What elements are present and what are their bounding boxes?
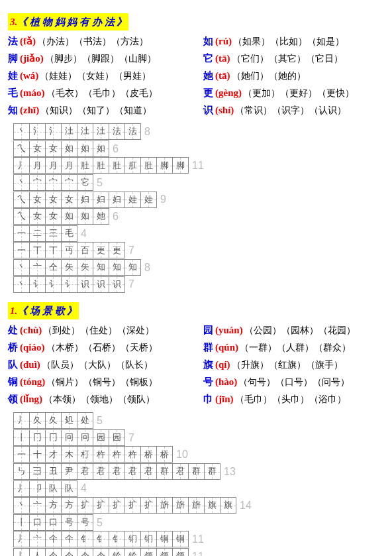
stroke-cell: 丶 — [13, 497, 30, 514]
stroke-glyph: 丑 — [49, 465, 58, 478]
stroke-glyph: 夂 — [49, 414, 58, 427]
stroke-cell: 口 — [45, 514, 62, 531]
vocab-entry: 如(rú)（如果）（比如）（如是） — [203, 33, 384, 49]
stroke-glyph: 丅 — [33, 244, 42, 258]
stroke-glyph: 脚 — [176, 159, 185, 173]
stroke-glyph: 君 — [97, 465, 105, 478]
stroke-cell: 矢 — [77, 259, 93, 276]
stroke-cell: 君 — [140, 463, 157, 480]
stroke-glyph: 杵 — [113, 448, 121, 462]
stroke-glyph: 令 — [97, 549, 105, 556]
lesson-title: 3.《 植 物 妈 妈 有 办 法 》 — [8, 13, 128, 30]
stroke-glyph: 扩 — [128, 498, 137, 512]
stroke-glyph: 君 — [81, 465, 89, 478]
stroke-cell: 仐 — [61, 531, 77, 547]
stroke-cell: 丑 — [45, 463, 62, 480]
stroke-count: 7 — [128, 276, 134, 293]
stroke-glyph: 旂 — [160, 498, 169, 512]
stroke-glyph: 亠 — [33, 532, 42, 546]
stroke-glyph: 讠 — [65, 278, 74, 292]
stroke-cell: 妇 — [77, 192, 93, 208]
stroke-glyph: 号 — [81, 516, 89, 529]
stroke-glyph: 百 — [81, 244, 89, 258]
stroke-count: 7 — [128, 242, 134, 259]
stroke-cell: 知 — [109, 259, 125, 276]
stroke-glyph: 群 — [160, 465, 169, 478]
stroke-glyph: 女 — [33, 142, 42, 156]
stroke-cell: 肚 — [140, 157, 157, 174]
vocab-entry: 桥(qiáo)（木桥）（石桥）（天桥） — [8, 339, 189, 355]
stroke-glyph: 群 — [192, 465, 201, 478]
stroke-cell: 処 — [61, 412, 77, 429]
stroke-glyph: 冋 — [65, 431, 74, 445]
stroke-glyph: 亠 — [33, 498, 42, 512]
stroke-cell: 令 — [77, 548, 93, 556]
pinyin: (wá) — [20, 68, 38, 83]
hanzi: 巾 — [203, 391, 215, 407]
stroke-cell: 一 — [13, 225, 30, 242]
stroke-cell: 氵 — [29, 123, 46, 140]
stroke-cell: 领 — [156, 548, 173, 556]
stroke-glyph: 汢 — [97, 125, 105, 139]
stroke-glyph: 丶 — [17, 260, 26, 274]
stroke-glyph: 肚 — [97, 159, 105, 173]
stroke-count: 9 — [160, 191, 166, 208]
stroke-glyph: 更 — [113, 244, 121, 258]
lesson-number: 1. — [10, 306, 17, 316]
stroke-row: 丿夂夂処处5 — [13, 412, 384, 429]
pinyin: (yuán) — [215, 322, 243, 338]
stroke-glyph: 朾 — [81, 448, 89, 462]
stroke-count: 5 — [97, 174, 103, 192]
compound-words: （常识）（识字）（认识） — [235, 103, 346, 118]
stroke-cell: 肚 — [93, 157, 109, 174]
stroke-cell: 杵 — [109, 446, 125, 463]
stroke-cell: 尹 — [61, 463, 77, 480]
stroke-count: 10 — [176, 446, 188, 463]
stroke-cell: 宀 — [61, 174, 77, 191]
stroke-row: 丶氵氵汢汢汢法法8 — [13, 123, 384, 140]
compound-words: （队员）（大队）（队长） — [42, 358, 153, 372]
stroke-glyph: 冂 — [49, 431, 58, 445]
compound-words: （升旗）（红旗）（旗手） — [232, 358, 343, 372]
stroke-cell: 娃 — [140, 192, 157, 208]
stroke-cell: 如 — [77, 140, 93, 157]
stroke-cell: 女 — [45, 192, 62, 208]
stroke-glyph: 如 — [65, 142, 74, 156]
stroke-row: 乀女女如如如6 — [13, 140, 384, 158]
stroke-cell: 令 — [93, 548, 109, 556]
stroke-cell: 亠 — [29, 497, 46, 514]
stroke-cell: 她 — [93, 208, 109, 225]
stroke-cell: 群 — [188, 463, 205, 480]
stroke-count: 8 — [144, 123, 150, 140]
stroke-glyph: 扩 — [113, 498, 121, 512]
stroke-glyph: 处 — [81, 414, 89, 427]
stroke-glyph: 钤 — [113, 549, 121, 556]
stroke-cell: 钔 — [124, 531, 141, 547]
stroke-glyph: 乀 — [17, 193, 26, 207]
stroke-glyph: 钔 — [128, 532, 137, 546]
stroke-cell: 宀 — [29, 174, 46, 191]
stroke-cell: 钅 — [77, 531, 93, 547]
vocab-column-right: 如(rú)（如果）（比如）（如是）它(tā)（它们）（其它）（它日）她(tā)（… — [203, 33, 384, 119]
vocab-entry: 队(duì)（队员）（大队）（队长） — [8, 357, 189, 372]
stroke-cell: 才 — [45, 446, 62, 463]
stroke-glyph: 月 — [65, 159, 74, 173]
stroke-glyph: 肚 — [113, 159, 121, 173]
stroke-cell: 讠 — [61, 276, 77, 293]
stroke-glyph: 丏 — [65, 244, 74, 258]
stroke-glyph: 丿 — [17, 414, 26, 427]
stroke-glyph: 君 — [176, 465, 185, 478]
pinyin: (máo) — [20, 85, 45, 101]
stroke-cell: 钤 — [124, 548, 141, 556]
vocab-entry: 号(hào)（句号）（口号）（问号） — [203, 374, 384, 390]
stroke-cell: 仝 — [45, 259, 62, 276]
vocab-columns: 处(chù)（到处）（住处）（深处）桥(qiáo)（木桥）（石桥）（天桥）队(d… — [8, 322, 384, 408]
stroke-cell: 朾 — [77, 446, 93, 463]
hanzi: 脚 — [8, 50, 20, 66]
pinyin: (tóng) — [20, 374, 45, 390]
stroke-row: 丨冂冂冋冋园园7 — [13, 429, 384, 447]
hanzi: 如 — [203, 33, 215, 49]
stroke-cell: 讠 — [29, 276, 46, 293]
compound-words: （她们）（她的） — [232, 69, 306, 83]
stroke-cell: 今 — [61, 548, 77, 556]
